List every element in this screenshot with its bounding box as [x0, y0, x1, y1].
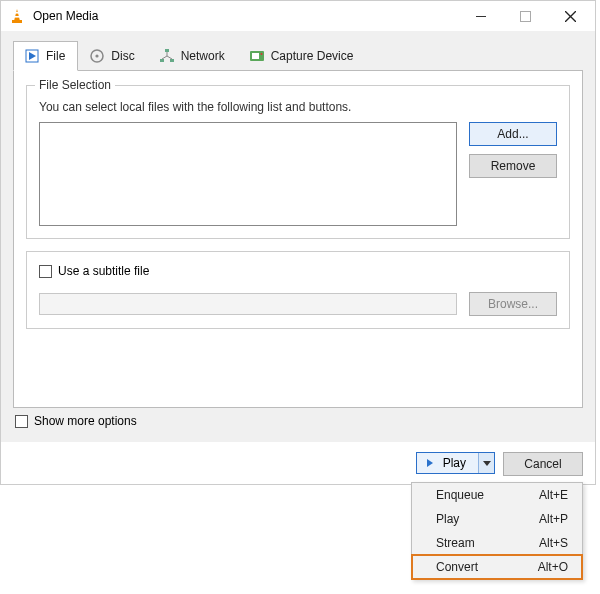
menu-item-stream[interactable]: Stream Alt+S: [412, 531, 582, 555]
menu-item-enqueue[interactable]: Enqueue Alt+E: [412, 483, 582, 507]
subtitle-checkbox[interactable]: [39, 265, 52, 278]
browse-button[interactable]: Browse...: [469, 292, 557, 316]
minimize-button[interactable]: [458, 2, 503, 30]
maximize-button[interactable]: [503, 2, 548, 30]
window-title: Open Media: [33, 9, 458, 23]
window-controls: [458, 2, 593, 30]
add-button[interactable]: Add...: [469, 122, 557, 146]
menu-item-label: Play: [436, 512, 459, 526]
svg-marker-0: [14, 9, 20, 21]
tab-capture-label: Capture Device: [271, 49, 354, 63]
tab-file[interactable]: File: [13, 41, 78, 71]
tab-disc[interactable]: Disc: [78, 41, 147, 70]
cancel-button-label: Cancel: [524, 457, 561, 471]
show-more-checkbox[interactable]: [15, 415, 28, 428]
capture-icon: [249, 48, 265, 64]
menu-item-convert[interactable]: Convert Alt+O: [412, 555, 582, 579]
svg-rect-10: [165, 49, 169, 52]
close-button[interactable]: [548, 2, 593, 30]
menu-item-label: Enqueue: [436, 488, 484, 502]
play-split-button[interactable]: Play: [416, 452, 495, 474]
file-selection-legend: File Selection: [35, 78, 115, 92]
svg-point-18: [260, 53, 262, 55]
open-media-dialog: Open Media File Disc: [0, 0, 596, 485]
svg-line-14: [162, 56, 167, 59]
browse-button-label: Browse...: [488, 297, 538, 311]
file-selection-group: File Selection You can select local file…: [26, 85, 570, 239]
menu-item-shortcut: Alt+E: [539, 488, 568, 502]
menu-item-shortcut: Alt+P: [539, 512, 568, 526]
tab-network[interactable]: Network: [148, 41, 238, 70]
disc-icon: [89, 48, 105, 64]
file-selection-help: You can select local files with the foll…: [39, 100, 557, 114]
subtitle-checkbox-label: Use a subtitle file: [58, 264, 149, 278]
play-button-label: Play: [443, 456, 466, 470]
play-dropdown-toggle[interactable]: [478, 453, 494, 473]
menu-item-shortcut: Alt+O: [538, 560, 568, 574]
vlc-icon: [9, 8, 25, 24]
file-list[interactable]: [39, 122, 457, 226]
play-button[interactable]: Play: [417, 453, 478, 473]
dialog-footer: Play Cancel Enqueue Alt+E Play Alt+P Str…: [1, 442, 595, 484]
cancel-button[interactable]: Cancel: [503, 452, 583, 476]
svg-marker-7: [29, 52, 36, 60]
svg-rect-2: [15, 12, 19, 14]
tab-capture[interactable]: Capture Device: [238, 41, 367, 70]
remove-button-label: Remove: [491, 159, 536, 173]
tab-file-label: File: [46, 49, 65, 63]
tab-disc-label: Disc: [111, 49, 134, 63]
svg-rect-17: [252, 53, 259, 59]
svg-point-9: [96, 54, 99, 57]
play-icon: [427, 459, 433, 467]
menu-item-label: Stream: [436, 536, 475, 550]
svg-rect-11: [160, 59, 164, 62]
tab-panel-file: File Selection You can select local file…: [13, 70, 583, 408]
play-dropdown-menu: Enqueue Alt+E Play Alt+P Stream Alt+S Co…: [411, 482, 583, 580]
tab-network-label: Network: [181, 49, 225, 63]
tabstrip: File Disc Network Capture Device: [13, 41, 583, 70]
file-icon: [24, 48, 40, 64]
subtitle-path-input[interactable]: [39, 293, 457, 315]
client-area: File Disc Network Capture Device: [1, 31, 595, 442]
menu-item-label: Convert: [436, 560, 478, 574]
remove-button[interactable]: Remove: [469, 154, 557, 178]
add-button-label: Add...: [497, 127, 528, 141]
subtitle-group: Use a subtitle file Browse...: [26, 251, 570, 329]
svg-line-15: [167, 56, 172, 59]
menu-item-play[interactable]: Play Alt+P: [412, 507, 582, 531]
svg-rect-12: [170, 59, 174, 62]
network-icon: [159, 48, 175, 64]
show-more-label: Show more options: [34, 414, 137, 428]
svg-rect-1: [12, 20, 22, 23]
show-more-row: Show more options: [13, 408, 583, 430]
titlebar: Open Media: [1, 1, 595, 31]
menu-item-shortcut: Alt+S: [539, 536, 568, 550]
svg-rect-3: [14, 16, 19, 18]
